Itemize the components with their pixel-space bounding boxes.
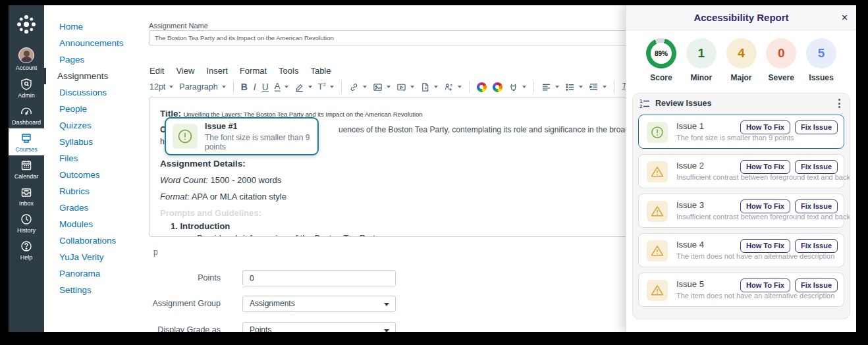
course-nav-panorama[interactable]: Panorama <box>44 265 140 282</box>
issue-description: The font size is smaller than 9 points <box>676 134 794 142</box>
points-input[interactable] <box>243 271 395 286</box>
fix-issue-button[interactable]: Fix Issue <box>795 199 838 213</box>
sidebar-item-calendar[interactable]: Calendar <box>9 155 44 182</box>
how-to-fix-button[interactable]: How To Fix <box>740 279 790 292</box>
course-nav-syllabus[interactable]: Syllabus <box>44 134 140 150</box>
issue-card-1[interactable]: Issue 1 The font size is smaller than 9 … <box>638 115 844 149</box>
document-dropdown[interactable] <box>420 82 438 92</box>
align-dropdown[interactable] <box>541 82 559 92</box>
svg-text:1: 1 <box>640 99 643 103</box>
highlighter-dropdown[interactable] <box>294 82 312 92</box>
course-nav-announcements[interactable]: Announcements <box>44 35 140 51</box>
fix-issue-button[interactable]: Fix Issue <box>795 160 838 174</box>
doc-list-item-1: 1. Introduction <box>171 221 230 231</box>
font-size-dropdown[interactable]: 12pt <box>149 82 173 92</box>
issues-cell: 5 Issues <box>803 38 839 95</box>
sidebar-item-dashboard[interactable]: Dashboard <box>9 101 44 128</box>
doc-details-heading: Assignment Details: <box>160 159 246 169</box>
course-nav-yuja-verity[interactable]: YuJa Verity <box>44 249 140 265</box>
review-issues-section: 1 2 Review Issues Issue 1 The font size … <box>632 93 850 319</box>
list-dropdown[interactable] <box>565 82 583 92</box>
how-to-fix-button[interactable]: How To Fix <box>740 199 790 213</box>
media-dropdown[interactable] <box>396 82 414 92</box>
sidebar-item-courses[interactable]: Courses <box>9 128 44 155</box>
courses-book-icon <box>20 132 33 145</box>
review-issues-header: 1 2 Review Issues <box>633 93 850 113</box>
underline-button[interactable]: U <box>262 82 269 92</box>
plugin-dropdown[interactable] <box>508 82 526 92</box>
chevron-down-icon <box>603 86 607 88</box>
how-to-fix-button[interactable]: How To Fix <box>740 120 790 134</box>
course-nav-files[interactable]: Files <box>44 150 140 167</box>
menu-tools[interactable]: Tools <box>279 66 298 76</box>
sidebar-item-admin[interactable]: Admin <box>9 74 44 101</box>
issue-description: The item does not have an alternative de… <box>676 292 834 300</box>
chevron-down-icon <box>434 86 438 88</box>
course-nav-settings[interactable]: Settings <box>44 282 140 298</box>
italic-button[interactable]: I <box>254 82 256 92</box>
course-nav-outcomes[interactable]: Outcomes <box>44 167 140 183</box>
sidebar-item-label: Dashboard <box>12 119 41 126</box>
minor-cell: 1 Minor <box>684 38 719 95</box>
apps-dropdown[interactable] <box>444 82 462 92</box>
editor-status-path: p <box>153 248 158 257</box>
sidebar-item-history[interactable]: History <box>9 209 44 236</box>
points-label: Points <box>149 270 221 286</box>
menu-edit[interactable]: Edit <box>149 66 164 76</box>
menu-table[interactable]: Table <box>310 66 331 76</box>
fix-issue-button[interactable]: Fix Issue <box>795 239 838 253</box>
question-icon <box>20 240 33 253</box>
sidebar-item-help[interactable]: Help <box>9 236 44 263</box>
tooltip-title: Issue #1 <box>205 122 311 131</box>
indent-dropdown[interactable] <box>589 82 607 92</box>
course-nav-grades[interactable]: Grades <box>44 199 140 216</box>
text-color-dropdown[interactable]: A <box>275 82 288 92</box>
course-nav-rubrics[interactable]: Rubrics <box>44 183 140 199</box>
yuja-tool-icon[interactable] <box>477 82 487 92</box>
indent-icon <box>589 82 599 92</box>
display-grade-select[interactable]: Points <box>242 322 396 332</box>
menu-insert[interactable]: Insert <box>206 66 228 76</box>
bold-button[interactable]: B <box>241 82 248 92</box>
how-to-fix-button[interactable]: How To Fix <box>740 160 790 174</box>
superscript-dropdown[interactable]: T2 <box>318 82 334 92</box>
course-nav-home[interactable]: Home <box>44 18 140 35</box>
fix-issue-button[interactable]: Fix Issue <box>795 120 838 134</box>
course-nav-assignments[interactable]: Assignments <box>44 68 140 84</box>
course-nav-discussions[interactable]: Discussions <box>44 84 140 101</box>
doc-prompts-heading: Prompts and Guidelines: <box>160 208 261 218</box>
how-to-fix-button[interactable]: How To Fix <box>740 239 790 253</box>
issue-card-5[interactable]: Issue 5 The item does not have an altern… <box>638 273 844 307</box>
sidebar-item-label: History <box>17 227 36 234</box>
issue-card-3[interactable]: Issue 3 Insufficient contrast between fo… <box>638 194 844 228</box>
calendar-icon <box>20 159 33 172</box>
score-donut: 89% <box>646 38 676 68</box>
gauge-icon <box>20 105 33 118</box>
plug-icon <box>508 82 518 92</box>
course-nav-quizzes[interactable]: Quizzes <box>44 117 140 134</box>
canvas-logo[interactable] <box>9 5 44 43</box>
sidebar-item-account[interactable]: Account <box>9 43 44 74</box>
course-nav-pages[interactable]: Pages <box>44 51 140 68</box>
issue-card-2[interactable]: Issue 2 Insufficient contrast between fo… <box>638 154 844 188</box>
panel-header: Accessibility Report × <box>626 5 856 30</box>
sidebar-item-label: Admin <box>18 92 35 99</box>
menu-view[interactable]: View <box>176 66 194 76</box>
chevron-down-icon <box>285 86 288 88</box>
assignment-group-select[interactable]: Assignments <box>242 296 396 312</box>
course-nav-modules[interactable]: Modules <box>44 216 140 232</box>
course-nav-people[interactable]: People <box>44 101 140 117</box>
issue-card-4[interactable]: Issue 4 The item does not have an altern… <box>638 233 844 267</box>
course-nav-collaborations[interactable]: Collaborations <box>44 232 140 249</box>
chevron-down-icon <box>330 86 334 88</box>
fix-issue-button[interactable]: Fix Issue <box>795 279 838 292</box>
kebab-menu-icon[interactable] <box>836 96 843 111</box>
image-dropdown[interactable] <box>373 82 391 92</box>
sidebar-item-inbox[interactable]: Inbox <box>9 182 44 209</box>
block-format-dropdown[interactable]: Paragraph <box>179 82 225 92</box>
close-icon[interactable]: × <box>842 5 848 30</box>
menu-format[interactable]: Format <box>240 66 267 76</box>
yuja-tool-icon[interactable] <box>493 82 502 92</box>
link-dropdown[interactable] <box>349 82 367 92</box>
toolbar-separator <box>233 81 234 93</box>
